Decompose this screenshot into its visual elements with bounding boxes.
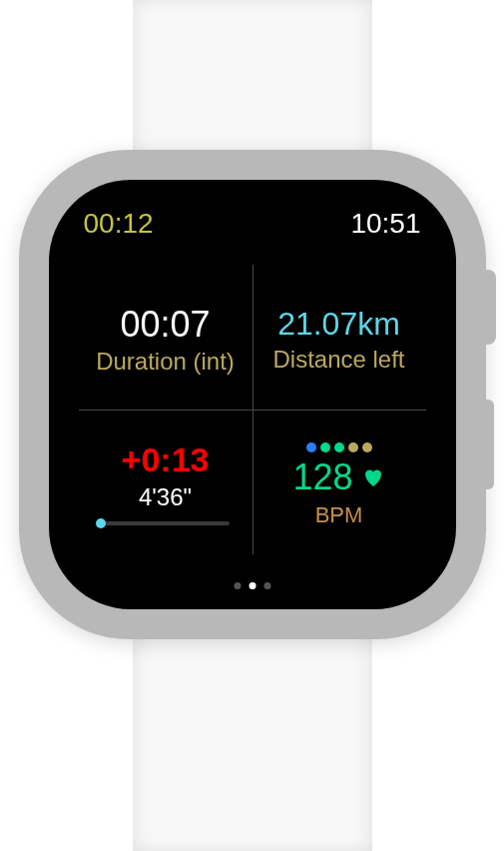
- watch-screen[interactable]: 00:12 10:51 00:07 Duration (int) 21.07km…: [49, 180, 456, 609]
- heart-zone-dot: [320, 442, 330, 452]
- distance-value: 21.07km: [277, 307, 400, 342]
- pace-progress: [101, 521, 231, 525]
- heart-rate-cell[interactable]: 128 BPM: [252, 410, 426, 554]
- digital-crown[interactable]: [476, 270, 496, 345]
- pagination-dots[interactable]: [234, 582, 270, 589]
- heart-zone-dot: [306, 442, 316, 452]
- pace-cell[interactable]: +0:13 4'36": [79, 410, 252, 554]
- duration-value: 00:07: [120, 305, 210, 345]
- progress-track: [101, 521, 231, 525]
- side-button[interactable]: [478, 400, 494, 489]
- pace-diff-value: +0:13: [122, 440, 210, 479]
- bpm-label: BPM: [315, 502, 363, 528]
- heart-zone-dot: [362, 442, 372, 452]
- pace-target-value: 4'36": [139, 483, 192, 511]
- progress-indicator: [96, 518, 106, 528]
- metrics-grid: 00:07 Duration (int) 21.07km Distance le…: [79, 265, 426, 554]
- heart-rate-row: 128: [292, 456, 384, 498]
- heart-zone-dot: [348, 442, 358, 452]
- clock-time: 10:51: [350, 208, 420, 240]
- heart-icon: [361, 465, 385, 489]
- elapsed-time: 00:12: [84, 208, 154, 240]
- heart-zone-dot: [334, 442, 344, 452]
- watch-band-bottom: [133, 621, 372, 851]
- page-dot[interactable]: [249, 582, 255, 589]
- page-dot[interactable]: [263, 582, 270, 589]
- duration-cell[interactable]: 00:07 Duration (int): [79, 265, 252, 410]
- page-dot[interactable]: [234, 582, 241, 589]
- watch-band-top: [133, 0, 372, 165]
- duration-label: Duration (int): [96, 348, 235, 376]
- header: 00:12 10:51: [79, 208, 426, 240]
- distance-label: Distance left: [272, 346, 404, 374]
- watch-case: 00:12 10:51 00:07 Duration (int) 21.07km…: [19, 150, 486, 639]
- distance-cell[interactable]: 21.07km Distance left: [252, 265, 426, 410]
- heart-zone-dots: [306, 442, 372, 452]
- bpm-value: 128: [292, 456, 352, 498]
